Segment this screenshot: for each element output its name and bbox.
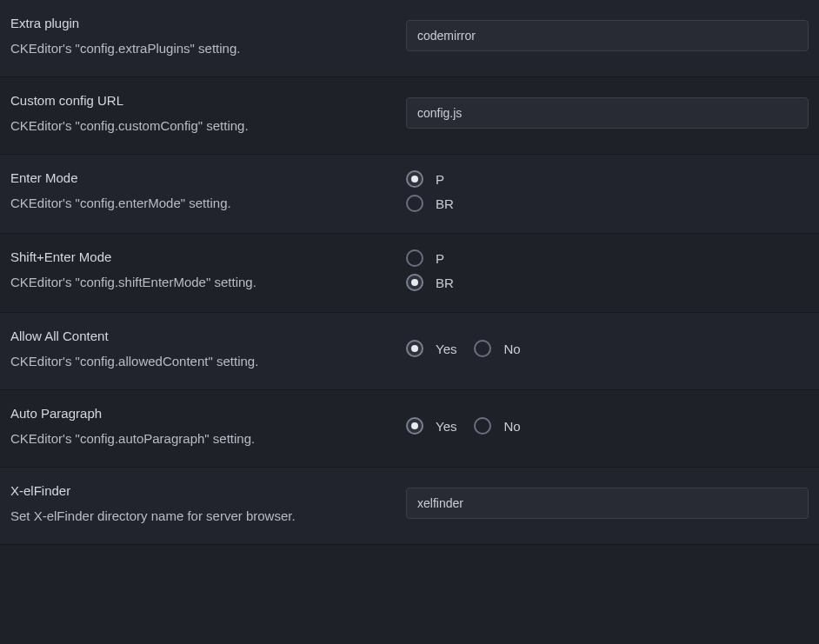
setting-label-block: X-elFinderSet X-elFinder directory name … [10, 483, 406, 523]
shift-enter-mode-radio-option[interactable]: P [406, 249, 809, 267]
setting-label-block: Extra pluginCKEditor's "config.extraPlug… [10, 16, 406, 56]
radio-button-icon [406, 274, 423, 291]
setting-control-block: PBR [406, 249, 809, 291]
radio-dot-icon [411, 176, 418, 183]
enter-mode-radio-group: PBR [406, 170, 809, 212]
custom-config-url-input[interactable] [406, 97, 809, 129]
setting-control-block [406, 16, 809, 56]
setting-description: CKEditor's "config.extraPlugins" setting… [10, 41, 389, 56]
radio-button-icon [474, 417, 491, 435]
setting-title: Allow All Content [10, 329, 389, 343]
setting-title: Enter Mode [10, 170, 389, 185]
shift-enter-mode-radio-group: PBR [406, 249, 809, 291]
setting-row-extra-plugin: Extra pluginCKEditor's "config.extraPlug… [0, 0, 819, 77]
radio-button-icon [406, 170, 423, 188]
radio-button-icon [406, 340, 423, 357]
radio-dot-icon [411, 279, 418, 286]
enter-mode-radio-option[interactable]: BR [406, 195, 809, 212]
setting-row-custom-config-url: Custom config URLCKEditor's "config.cust… [0, 77, 819, 155]
setting-label-block: Auto ParagraphCKEditor's "config.autoPar… [10, 406, 406, 446]
setting-control-block: YesNo [406, 329, 809, 368]
radio-label: Yes [436, 419, 456, 434]
radio-button-icon [406, 417, 423, 435]
radio-label: No [503, 419, 520, 434]
extra-plugin-input[interactable] [406, 20, 809, 51]
setting-control-block: YesNo [406, 406, 809, 446]
setting-description: CKEditor's "config.autoParagraph" settin… [10, 431, 389, 446]
setting-row-shift-enter-mode: Shift+Enter ModeCKEditor's "config.shift… [0, 234, 819, 313]
setting-title: Auto Paragraph [10, 406, 389, 421]
allow-all-content-radio-group: YesNo [406, 340, 809, 357]
radio-dot-icon [411, 422, 418, 429]
setting-control-block [406, 93, 809, 133]
allow-all-content-radio-option[interactable]: Yes [406, 340, 456, 357]
allow-all-content-radio-option[interactable]: No [474, 340, 520, 357]
setting-description: Set X-elFinder directory name for server… [10, 508, 389, 523]
setting-title: Shift+Enter Mode [10, 249, 389, 264]
x-elfinder-input[interactable] [406, 488, 809, 519]
radio-label: BR [436, 196, 454, 211]
setting-label-block: Custom config URLCKEditor's "config.cust… [10, 93, 406, 133]
setting-row-x-elfinder: X-elFinderSet X-elFinder directory name … [0, 468, 819, 545]
radio-label: P [436, 172, 444, 187]
setting-row-allow-all-content: Allow All ContentCKEditor's "config.allo… [0, 313, 819, 390]
settings-form: Extra pluginCKEditor's "config.extraPlug… [0, 0, 819, 545]
setting-description: CKEditor's "config.allowedContent" setti… [10, 354, 389, 368]
auto-paragraph-radio-option[interactable]: Yes [406, 417, 456, 435]
setting-label-block: Enter ModeCKEditor's "config.enterMode" … [10, 170, 406, 212]
auto-paragraph-radio-group: YesNo [406, 417, 809, 435]
setting-description: CKEditor's "config.shiftEnterMode" setti… [10, 275, 389, 289]
radio-button-icon [474, 340, 491, 357]
radio-button-icon [406, 195, 423, 212]
radio-button-icon [406, 249, 423, 267]
auto-paragraph-radio-option[interactable]: No [474, 417, 520, 435]
setting-control-block [406, 483, 809, 523]
shift-enter-mode-radio-option[interactable]: BR [406, 274, 809, 291]
setting-label-block: Shift+Enter ModeCKEditor's "config.shift… [10, 249, 406, 291]
setting-title: Custom config URL [10, 93, 389, 108]
radio-label: Yes [436, 342, 456, 356]
radio-dot-icon [411, 345, 418, 352]
radio-label: No [503, 342, 520, 356]
radio-label: P [436, 251, 444, 266]
setting-description: CKEditor's "config.enterMode" setting. [10, 196, 389, 210]
setting-title: Extra plugin [10, 16, 389, 30]
setting-label-block: Allow All ContentCKEditor's "config.allo… [10, 329, 406, 368]
radio-label: BR [436, 276, 454, 290]
setting-title: X-elFinder [10, 483, 389, 498]
setting-row-enter-mode: Enter ModeCKEditor's "config.enterMode" … [0, 155, 819, 234]
setting-description: CKEditor's "config.customConfig" setting… [10, 118, 389, 133]
setting-row-auto-paragraph: Auto ParagraphCKEditor's "config.autoPar… [0, 390, 819, 468]
setting-control-block: PBR [406, 170, 809, 212]
enter-mode-radio-option[interactable]: P [406, 170, 809, 188]
